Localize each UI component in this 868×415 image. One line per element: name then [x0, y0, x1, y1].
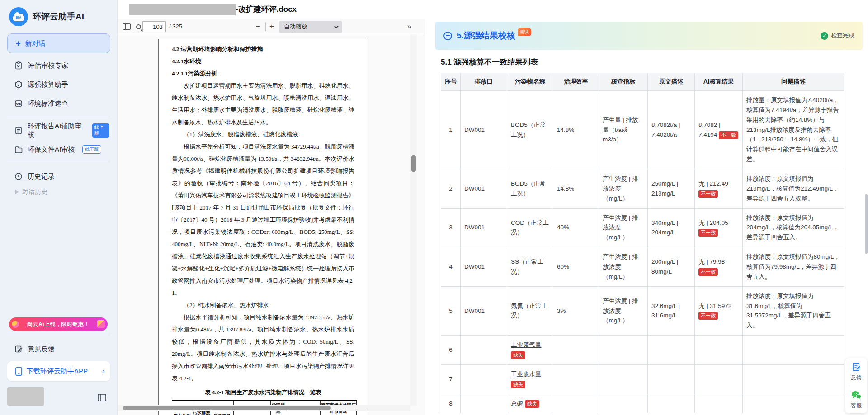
cell-outlet: DW001	[461, 208, 507, 247]
feedback-float-label: 反馈	[851, 374, 862, 382]
document-vertical-scrollbar[interactable]	[410, 34, 417, 406]
cell-no: 2	[441, 169, 461, 209]
cell-efficiency: 40%	[553, 208, 599, 247]
cell-outlet: DW001	[461, 91, 507, 169]
cell-pollutant: 氨氮（正常工况）	[507, 286, 553, 335]
document-canvas-area: 4.2 运营期环境影响分析和保护措施 4.2.1水环境 4.2.1.1污染源分析…	[118, 34, 425, 415]
cell-issue-desc: 排放浓度：原文填报值为213mg/L，核算值为212.49mg/L，差异源于四舍…	[743, 169, 844, 209]
user-account-redacted[interactable]	[7, 387, 44, 406]
col-header-outlet: 排放口	[461, 73, 507, 91]
feedback-float-button[interactable]: 反馈	[851, 362, 862, 382]
cell-indicator	[599, 336, 648, 365]
missing-item-link[interactable]: 工业废气量	[511, 341, 542, 348]
vertical-scroll-thumb[interactable]	[411, 155, 416, 172]
toolbar-more-button[interactable]: »	[402, 19, 416, 34]
cell-efficiency	[553, 394, 599, 413]
widget-divider	[849, 386, 863, 386]
sidebar-item-review-expert[interactable]: 评估审核专家	[8, 57, 109, 74]
doc-heading: 4.2.1水环境	[172, 55, 354, 67]
new-chat-button[interactable]: + 新对话	[7, 33, 110, 53]
inconsistent-badge: 不一致	[698, 229, 718, 237]
customer-service-button[interactable]: 客服	[851, 390, 862, 410]
check-complete-icon: ✓	[821, 32, 828, 40]
zoom-in-button[interactable]: +	[267, 19, 277, 34]
zoom-out-button[interactable]: −	[253, 19, 263, 34]
sidebar-item-label: 历史记录	[28, 173, 55, 181]
cell-ai-result	[695, 364, 743, 394]
missing-item-link[interactable]: 工业废水量	[511, 371, 542, 378]
cell-indicator: 产生浓度 | 排放浓度（mg/L）	[599, 286, 648, 335]
download-app-button[interactable]: 下载环评云助手APP ›	[7, 361, 110, 381]
document-title: -改扩建环评.docx	[236, 4, 297, 15]
doc-paragraph: 根据水平衡分析可知，项目纯水制备浓水量为 1397.35t/a、热水炉排水量为0…	[172, 311, 354, 384]
promo-banner[interactable]: 尚云Ai上线，限时钜惠！	[9, 317, 108, 331]
cell-indicator	[599, 364, 648, 394]
sidebar-collapse-button[interactable]	[98, 394, 106, 403]
new-chat-label: 新对话	[25, 39, 46, 48]
zoom-select[interactable]: 自动缩放	[279, 21, 342, 33]
edit-note-icon	[14, 345, 23, 353]
cell-pollutant: BOD5（正常工况）	[507, 169, 553, 209]
cell-outlet: DW001	[461, 169, 507, 209]
horizontal-scroll-thumb[interactable]	[123, 406, 331, 410]
cell-efficiency: 14.8%	[553, 169, 599, 209]
missing-badge: 缺失	[511, 351, 525, 359]
document-horizontal-scrollbar[interactable]	[118, 405, 410, 411]
missing-item-link[interactable]: 总磷	[511, 400, 523, 407]
cell-original	[648, 394, 695, 413]
chevron-right-icon: ›	[102, 367, 105, 376]
phone-icon	[15, 367, 22, 376]
cell-efficiency: 3%	[553, 286, 599, 335]
inconsistent-badge: 不一致	[698, 312, 718, 320]
sidebar-item-source-calc[interactable]: 源强核算助手	[8, 76, 109, 93]
cell-indicator: 产生浓度 | 排放浓度（mg/L）	[599, 169, 648, 209]
pdf-toolbar: / 325 − + 自动缩放 »	[118, 19, 425, 34]
cell-issue-desc: 排放量：原文填报值为7.4020t/a，核算值为7.4194t/a，差异源于报告…	[743, 91, 844, 169]
feedback-label: 意见反馈	[28, 345, 55, 354]
cell-issue-desc	[743, 394, 844, 413]
sidebar-item-eia-report-ai-review[interactable]: 环评报告AI辅助审核 线上版	[8, 122, 109, 139]
cell-pollutant: 工业废气量 缺失	[507, 336, 553, 365]
inconsistent-badge: 不一致	[698, 190, 718, 198]
sidebar-item-env-file-ai-review[interactable]: 环保文件AI审核 线下版	[8, 141, 109, 158]
cell-outlet: DW001	[461, 247, 507, 287]
cell-original: 32.6mg/L | 31.6mg/L	[648, 286, 695, 335]
cell-no: 3	[441, 208, 461, 247]
doc-heading: 4.2 运营期环境影响分析和保护措施	[172, 43, 354, 55]
cell-ai-result: 无 | 31.5972 不一致	[695, 286, 743, 335]
table-row: 8 总磷 缺失	[441, 394, 844, 413]
feedback-button[interactable]: 意见反馈	[8, 341, 109, 357]
sidebar-item-label: 评估审核专家	[28, 61, 68, 70]
doc-paragraph: 改扩建项目运营期用水主要为清洗用水、脱脂用水、硅烷化用水、纯水制备浓水、热水炉用…	[172, 79, 354, 128]
sidebar-item-history[interactable]: 历史记录	[8, 168, 109, 185]
sidebar-item-standard-lookup[interactable]: GB 环境标准速查	[8, 95, 109, 112]
document-title-redacted	[129, 4, 236, 15]
cell-no: 6	[441, 336, 461, 365]
sidebar-item-label: 环评报告AI辅助审核	[28, 122, 85, 139]
test-badge: 测试	[518, 28, 531, 36]
cell-no: 1	[441, 91, 461, 169]
cell-outlet	[461, 336, 507, 365]
table-row: 3 DW001 COD（正常工况） 40% 产生浓度 | 排放浓度（mg/L） …	[441, 208, 844, 247]
table-row: 4 DW001 SS（正常工况） 60% 产生浓度 | 排放浓度（mg/L） 2…	[441, 247, 844, 287]
split-square-icon	[123, 23, 131, 30]
promo-gift-icon	[97, 320, 105, 328]
window-scrollbar-thumb[interactable]	[865, 194, 868, 254]
caret-right-icon	[15, 190, 19, 194]
wechat-icon	[851, 390, 862, 400]
cell-pollutant: SS（正常工况）	[507, 247, 553, 287]
cell-original: 200mg/L | 80mg/L	[648, 247, 695, 287]
cell-issue-desc: 排放浓度：原文填报值为204mg/L，核算值为204.05mg/L，差异源于四舍…	[743, 208, 844, 247]
col-header-indicator: 核查指标	[599, 73, 648, 91]
online-version-badge: 线上版	[92, 123, 109, 138]
sidebar-divider	[7, 161, 110, 161]
cell-no: 7	[441, 364, 461, 394]
hexagon-dots-icon	[14, 80, 23, 89]
sidebar-divider	[7, 116, 110, 116]
sidebar-item-chat-history[interactable]: 对话历史	[15, 185, 106, 199]
page-number-input[interactable]	[142, 21, 166, 32]
cell-ai-result: 无 | 204.05 不一致	[695, 208, 743, 247]
cell-efficiency: 14.8%	[553, 91, 599, 169]
toggle-sidebar-button[interactable]	[120, 19, 133, 34]
collapse-section-icon[interactable]	[443, 32, 452, 40]
